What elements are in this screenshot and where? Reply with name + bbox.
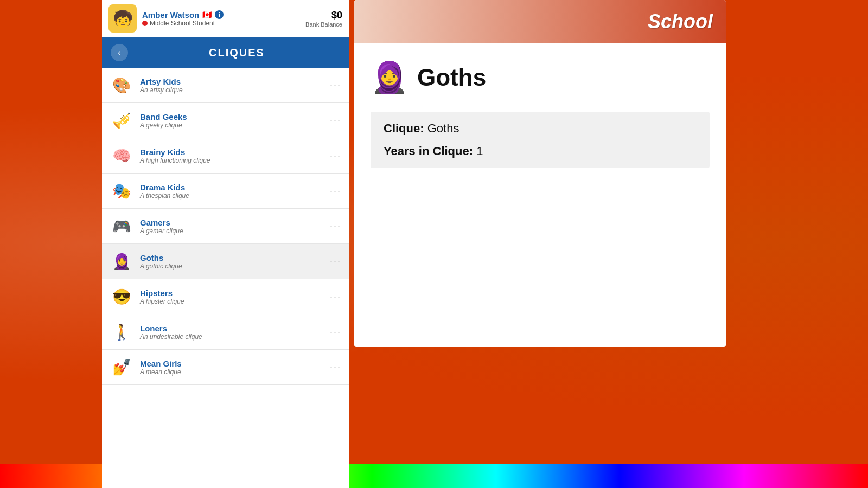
clique-item-band[interactable]: 🎺 Band Geeks A geeky clique ··· (102, 103, 349, 138)
clique-label: Clique: (384, 121, 424, 135)
clique-options-button[interactable]: ··· (330, 185, 341, 197)
clique-text: Artsy Kids An artsy clique (140, 77, 323, 94)
clique-emoji: 💅 (110, 355, 133, 379)
years-label: Years in Clique: (384, 144, 473, 158)
clique-text: Drama Kids A thespian clique (140, 183, 323, 200)
clique-emoji: 🎭 (110, 179, 133, 203)
years-value: 1 (476, 144, 483, 158)
clique-options-button[interactable]: ··· (330, 80, 341, 91)
clique-text: Band Geeks A geeky clique (140, 112, 323, 129)
clique-emoji: 🧕 (110, 249, 133, 273)
clique-name: Drama Kids (140, 183, 323, 192)
balance-label: Bank Balance (305, 21, 342, 28)
status-dot (142, 21, 148, 26)
bank-balance: $0 Bank Balance (305, 10, 342, 28)
clique-desc: An undesirable clique (140, 333, 323, 341)
clique-options-button[interactable]: ··· (330, 256, 341, 267)
clique-text: Loners An undesirable clique (140, 324, 323, 341)
clique-options-button[interactable]: ··· (330, 150, 341, 162)
clique-options-button[interactable]: ··· (330, 362, 341, 373)
detail-clique-header: 🧕 Goths (371, 60, 710, 95)
clique-emoji: 🎺 (110, 108, 133, 132)
right-panel: School 🧕 Goths Clique: Goths Years in Cl… (354, 0, 726, 347)
clique-emoji: 🚶 (110, 320, 133, 344)
detail-body: 🧕 Goths Clique: Goths Years in Clique: 1 (354, 43, 726, 179)
clique-emoji: 😎 (110, 285, 133, 309)
clique-text: Goths A gothic clique (140, 253, 323, 270)
clique-info-row: Clique: Goths (384, 121, 697, 136)
user-name: Amber Watson (142, 10, 199, 20)
clique-name: Goths (140, 253, 323, 262)
clique-item-gamers[interactable]: 🎮 Gamers A gamer clique ··· (102, 209, 349, 244)
clique-item-brainy[interactable]: 🧠 Brainy Kids A high functioning clique … (102, 138, 349, 174)
clique-options-button[interactable]: ··· (330, 291, 341, 303)
detail-clique-emoji: 🧕 (371, 60, 409, 95)
user-header: 🧒 Amber Watson 🇨🇦 i Middle School Studen… (102, 0, 349, 37)
clique-list[interactable]: 🎨 Artsy Kids An artsy clique ··· 🎺 Band … (102, 68, 349, 488)
left-panel: 🧒 Amber Watson 🇨🇦 i Middle School Studen… (102, 0, 349, 488)
clique-text: Hipsters A hipster clique (140, 288, 323, 305)
main-container: 🧒 Amber Watson 🇨🇦 i Middle School Studen… (102, 0, 726, 488)
info-icon[interactable]: i (215, 10, 224, 19)
clique-name: Hipsters (140, 288, 323, 298)
clique-text: Mean Girls A mean clique (140, 359, 323, 376)
clique-desc: A hipster clique (140, 298, 323, 305)
clique-item-artsy[interactable]: 🎨 Artsy Kids An artsy clique ··· (102, 68, 349, 103)
clique-name: Loners (140, 324, 323, 333)
clique-emoji: 🧠 (110, 144, 133, 168)
clique-name: Band Geeks (140, 112, 323, 121)
clique-name: Artsy Kids (140, 77, 323, 86)
clique-desc: A geeky clique (140, 121, 323, 129)
back-button[interactable]: ‹ (111, 44, 128, 61)
clique-desc: A gothic clique (140, 262, 323, 270)
detail-header: School (354, 0, 726, 43)
clique-text: Gamers A gamer clique (140, 218, 323, 235)
user-name-row: Amber Watson 🇨🇦 i (142, 10, 300, 20)
clique-emoji: 🎮 (110, 214, 133, 238)
clique-desc: A high functioning clique (140, 157, 323, 164)
clique-name: Gamers (140, 218, 323, 227)
clique-name: Brainy Kids (140, 147, 323, 157)
clique-desc: A thespian clique (140, 192, 323, 200)
clique-name: Mean Girls (140, 359, 323, 368)
clique-options-button[interactable]: ··· (330, 115, 341, 126)
years-info-row: Years in Clique: 1 (384, 144, 697, 158)
clique-desc: A mean clique (140, 368, 323, 376)
cliques-title: CLIQUES (133, 47, 340, 59)
clique-emoji: 🎨 (110, 73, 133, 97)
detail-clique-name: Goths (417, 64, 486, 91)
detail-info-box: Clique: Goths Years in Clique: 1 (371, 112, 710, 168)
clique-text: Brainy Kids A high functioning clique (140, 147, 323, 164)
clique-value: Goths (427, 121, 459, 135)
clique-desc: A gamer clique (140, 227, 323, 235)
cliques-header: ‹ CLIQUES (102, 37, 349, 68)
clique-options-button[interactable]: ··· (330, 221, 341, 232)
clique-item-drama[interactable]: 🎭 Drama Kids A thespian clique ··· (102, 174, 349, 209)
clique-item-hipsters[interactable]: 😎 Hipsters A hipster clique ··· (102, 279, 349, 314)
flag-icon: 🇨🇦 (202, 10, 212, 19)
detail-header-title: School (648, 10, 713, 33)
clique-item-goths[interactable]: 🧕 Goths A gothic clique ··· (102, 244, 349, 279)
clique-options-button[interactable]: ··· (330, 326, 341, 338)
avatar: 🧒 (108, 4, 137, 33)
user-role: Middle School Student (142, 20, 300, 27)
user-info: Amber Watson 🇨🇦 i Middle School Student (142, 10, 300, 27)
clique-item-mean_girls[interactable]: 💅 Mean Girls A mean clique ··· (102, 350, 349, 385)
balance-amount: $0 (305, 10, 342, 21)
clique-item-loners[interactable]: 🚶 Loners An undesirable clique ··· (102, 314, 349, 350)
clique-desc: An artsy clique (140, 86, 323, 94)
